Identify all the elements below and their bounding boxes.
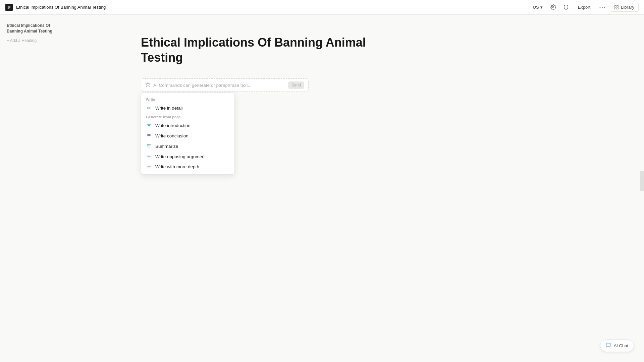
svg-point-4	[553, 6, 554, 8]
svg-rect-3	[8, 8, 9, 9]
add-heading-button[interactable]: + Add a Heading	[4, 37, 70, 44]
more-options-button[interactable]	[597, 2, 607, 12]
chat-bubble-icon	[606, 343, 611, 349]
generate-section-label: Generate from page	[141, 113, 234, 120]
chevron-down-icon: ▾	[540, 5, 543, 10]
ai-chat-label: AI Chat	[614, 343, 628, 348]
language-selector[interactable]: US ▾	[530, 3, 546, 11]
intro-icon	[146, 123, 152, 128]
write-opposing-argument-item[interactable]: ✏ Write opposing argument	[141, 152, 234, 162]
conclude-icon	[146, 133, 152, 139]
summarize-label: Summarize	[155, 144, 178, 149]
page-title: Ethical Implications Of Banning Animal T…	[141, 35, 376, 65]
write-conclusion-label: Write conclusion	[155, 133, 189, 138]
library-label: Library	[621, 5, 634, 10]
write-conclusion-item[interactable]: Write conclusion	[141, 131, 234, 141]
doc-icon	[5, 4, 13, 11]
write-section-label: Write	[141, 96, 234, 103]
sidebar-line-1	[642, 172, 642, 177]
svg-rect-11	[617, 8, 618, 9]
write-in-detail-item[interactable]: ✏ Write in detail	[141, 103, 234, 113]
ai-send-button[interactable]: Send	[288, 81, 304, 89]
main-content: Ethical Implications Of Banning Animal T…	[74, 15, 644, 112]
topbar-right: US ▾ Export Library	[530, 2, 639, 12]
shield-button[interactable]	[561, 2, 571, 12]
sidebar: Ethical Implications Of Banning Animal T…	[0, 15, 74, 362]
library-button[interactable]: Library	[610, 3, 639, 12]
svg-rect-10	[615, 8, 616, 9]
export-label: Export	[578, 5, 591, 10]
svg-rect-9	[617, 5, 618, 7]
sidebar-doc-title[interactable]: Ethical Implications Of Banning Animal T…	[4, 21, 70, 36]
write-in-detail-label: Write in detail	[155, 106, 183, 111]
ai-input-placeholder[interactable]: AI Commands can generate or paraphrase t…	[153, 83, 285, 88]
sidebar-line-2	[642, 178, 642, 184]
ai-commands-container: AI Commands can generate or paraphrase t…	[141, 78, 309, 92]
summarize-icon	[146, 143, 152, 149]
svg-marker-12	[147, 123, 151, 127]
write-with-more-depth-item[interactable]: ✏ Write with more depth	[141, 162, 234, 172]
language-label: US	[533, 5, 539, 10]
topbar: Ethical Implications Of Banning Animal T…	[0, 0, 644, 15]
svg-rect-1	[8, 6, 10, 7]
write-with-more-depth-label: Write with more depth	[155, 164, 199, 169]
summarize-item[interactable]: Summarize	[141, 141, 234, 152]
right-sidebar-toggle[interactable]	[640, 171, 644, 191]
pencil-icon: ✏	[146, 105, 152, 111]
write-introduction-label: Write introduction	[155, 123, 191, 128]
sidebar-toggle-lines	[642, 172, 642, 190]
depth-icon: ✏	[146, 164, 152, 169]
add-heading-label: + Add a Heading	[7, 38, 37, 43]
write-introduction-item[interactable]: Write introduction	[141, 120, 234, 131]
ai-chat-button[interactable]: AI Chat	[600, 340, 634, 352]
export-button[interactable]: Export	[574, 3, 595, 11]
topbar-left: Ethical Implications Of Banning Animal T…	[5, 4, 106, 11]
svg-point-7	[604, 7, 605, 8]
ai-commands-input-wrapper[interactable]: AI Commands can generate or paraphrase t…	[141, 78, 309, 92]
svg-point-6	[602, 7, 603, 8]
settings-button[interactable]	[548, 2, 558, 12]
sidebar-line-3	[642, 185, 642, 190]
ai-sparkle-icon	[145, 82, 151, 88]
topbar-title: Ethical Implications Of Banning Animal T…	[16, 5, 106, 10]
svg-rect-8	[615, 5, 616, 7]
oppose-icon: ✏	[146, 154, 152, 159]
svg-point-5	[599, 7, 600, 8]
ai-commands-dropdown: Write ✏ Write in detail Generate from pa…	[141, 93, 235, 175]
svg-rect-2	[8, 7, 10, 8]
write-opposing-argument-label: Write opposing argument	[155, 154, 206, 159]
